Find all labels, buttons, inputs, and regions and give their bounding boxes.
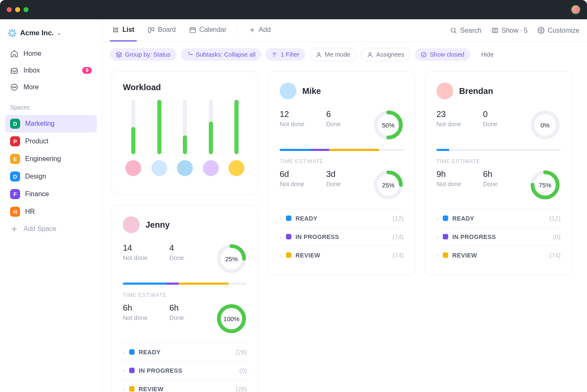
- avatar[interactable]: [280, 83, 296, 99]
- nav-label: Home: [23, 50, 42, 57]
- svg-point-33: [540, 29, 542, 31]
- person-name: Jenny: [145, 220, 170, 230]
- svg-line-4: [9, 30, 10, 31]
- hide-button[interactable]: Hide: [474, 48, 499, 61]
- progress-donut: 25%: [216, 243, 247, 274]
- space-item[interactable]: EEngineering: [5, 150, 97, 168]
- chevron-right-icon: ›: [436, 215, 439, 222]
- svg-point-39: [318, 52, 320, 55]
- workload-chart: [123, 100, 247, 176]
- status-count: (74): [549, 252, 561, 259]
- status-count: (12): [549, 215, 561, 222]
- status-row[interactable]: ›READY(12): [436, 209, 561, 227]
- workload-card: Workload: [112, 71, 258, 195]
- status-row[interactable]: ›READY(28): [123, 343, 247, 361]
- svg-point-18: [114, 29, 114, 30]
- status-row[interactable]: ›READY(12): [280, 209, 404, 227]
- chevron-right-icon: ›: [280, 252, 282, 259]
- customize-button[interactable]: Customize: [538, 27, 579, 34]
- chevron-right-icon: ›: [280, 234, 282, 240]
- status-color: [129, 349, 135, 355]
- svg-point-9: [13, 87, 13, 88]
- svg-point-17: [114, 28, 114, 28]
- gear-icon: [538, 27, 545, 34]
- avatar[interactable]: [151, 160, 167, 176]
- show-button[interactable]: Show · 5: [491, 27, 527, 34]
- tab-list[interactable]: List: [110, 19, 137, 42]
- space-name: Finance: [25, 190, 49, 198]
- done-label: Done: [326, 181, 373, 187]
- done-label: Done: [169, 314, 216, 321]
- status-row[interactable]: ›REVIEW(74): [280, 246, 404, 264]
- person-card: Brendan 23Not done 0Done 0% TIME ESTIMAT…: [425, 71, 572, 275]
- avatar[interactable]: [125, 160, 141, 176]
- status-row[interactable]: ›IN PROGRESS(0): [123, 361, 247, 379]
- minimize-window-icon[interactable]: [15, 7, 20, 12]
- status-row[interactable]: ›REVIEW(74): [436, 246, 561, 264]
- status-count: (28): [236, 348, 247, 356]
- te-done-value: 6h: [169, 303, 216, 313]
- space-item[interactable]: PProduct: [5, 132, 97, 150]
- svg-point-40: [369, 52, 371, 55]
- status-name: REVIEW: [139, 386, 164, 392]
- space-item[interactable]: DMarketing: [5, 115, 97, 132]
- nav-inbox[interactable]: Inbox 9: [5, 62, 97, 79]
- donut-percent: 0%: [540, 122, 550, 129]
- avatar[interactable]: [123, 216, 140, 233]
- status-row[interactable]: ›IN PROGRESS(74): [280, 227, 404, 246]
- space-icon: D: [10, 171, 20, 182]
- status-name: READY: [296, 215, 317, 222]
- status-color: [443, 234, 448, 239]
- close-window-icon[interactable]: [7, 7, 12, 12]
- nav-home[interactable]: Home: [5, 45, 97, 62]
- inbox-icon: [10, 66, 18, 75]
- space-item[interactable]: FFinance: [5, 185, 97, 203]
- group-by-chip[interactable]: Group by: Status: [110, 48, 177, 61]
- tab-add[interactable]: Add: [246, 19, 273, 42]
- bar: [157, 100, 161, 154]
- plus-icon: [10, 225, 18, 233]
- space-icon: F: [10, 189, 20, 199]
- avatar[interactable]: [203, 160, 219, 176]
- tab-board[interactable]: Board: [145, 19, 178, 42]
- status-row[interactable]: ›IN PROGRESS(0): [436, 227, 561, 246]
- space-item[interactable]: DDesign: [5, 168, 97, 185]
- space-item[interactable]: HHR: [5, 203, 97, 221]
- svg-point-10: [14, 87, 15, 88]
- avatar[interactable]: [177, 160, 193, 176]
- person-icon: [367, 52, 373, 58]
- subtasks-chip[interactable]: Subtasks: Collapse all: [181, 48, 262, 61]
- nav-more[interactable]: More: [5, 79, 97, 96]
- not-done-label: Not done: [280, 181, 326, 187]
- status-name: IN PROGRESS: [139, 367, 182, 374]
- done-label: Done: [483, 121, 530, 127]
- time-estimate-label: TIME ESTIMATE: [280, 158, 404, 164]
- status-name: IN PROGRESS: [452, 234, 496, 240]
- progress-bar: [123, 283, 247, 285]
- avatar[interactable]: [229, 160, 244, 176]
- show-closed-chip[interactable]: Show closed: [415, 48, 470, 61]
- svg-point-35: [192, 54, 192, 55]
- content: List Board Calendar Add Search: [102, 19, 587, 392]
- list-icon: [112, 26, 119, 34]
- filter-chip[interactable]: 1 Filter: [265, 48, 305, 61]
- donut-percent: 75%: [539, 182, 551, 189]
- status-name: REVIEW: [452, 252, 477, 259]
- spaces-label: Spaces: [5, 96, 97, 115]
- avatar[interactable]: [436, 83, 453, 99]
- not-done-label: Not done: [436, 181, 483, 187]
- workspace-switcher[interactable]: Acme Inc. ⌄: [5, 25, 97, 45]
- me-mode-chip[interactable]: Me mode: [309, 48, 356, 61]
- status-count: (0): [239, 367, 247, 374]
- maximize-window-icon[interactable]: [23, 7, 29, 12]
- filter-icon: [271, 52, 278, 58]
- user-avatar[interactable]: [571, 5, 580, 14]
- svg-marker-34: [116, 52, 122, 55]
- assignees-chip[interactable]: Assignees: [361, 48, 410, 61]
- tab-calendar[interactable]: Calendar: [187, 19, 229, 42]
- status-row[interactable]: ›REVIEW(28): [123, 379, 247, 392]
- nav-label: Inbox: [23, 67, 40, 74]
- donut-percent: 25%: [225, 255, 238, 262]
- search-button[interactable]: Search: [450, 27, 481, 34]
- add-space-button[interactable]: Add Space: [5, 221, 97, 237]
